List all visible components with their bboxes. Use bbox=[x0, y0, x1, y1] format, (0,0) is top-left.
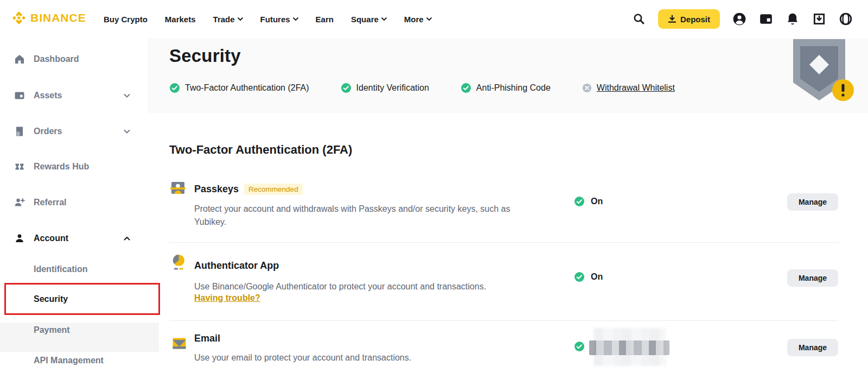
chevron-down-icon bbox=[124, 130, 130, 134]
check-circle-icon bbox=[341, 83, 352, 93]
profile-icon[interactable] bbox=[732, 12, 746, 26]
page-title: Security bbox=[169, 46, 241, 66]
status-withdrawal-whitelist-link[interactable]: Withdrawal Whitelist bbox=[582, 83, 675, 93]
sidebar-item-orders[interactable]: Orders bbox=[0, 121, 148, 142]
sidebar-item-assets[interactable]: Assets bbox=[0, 85, 148, 106]
authenticator-manage-button[interactable]: Manage bbox=[787, 269, 838, 287]
passkeys-description: Protect your account and withdrawals wit… bbox=[194, 203, 522, 229]
wallet-icon[interactable] bbox=[759, 12, 773, 26]
home-icon bbox=[14, 54, 25, 65]
nav-more[interactable]: More bbox=[404, 15, 432, 24]
sidebar-item-rewards-hub[interactable]: Rewards Hub bbox=[0, 156, 148, 178]
redacted-email bbox=[589, 340, 669, 355]
sidebar-item-referral[interactable]: Referral bbox=[0, 192, 148, 213]
referral-icon bbox=[14, 197, 25, 208]
page-header-band: Security Two-Factor Authentication (2FA)… bbox=[148, 38, 868, 113]
security-status-row: Two-Factor Authentication (2FA) Identity… bbox=[169, 83, 675, 93]
deposit-download-icon bbox=[668, 15, 676, 23]
having-trouble-link[interactable]: Having trouble? bbox=[194, 293, 260, 303]
binance-logo[interactable]: BINANCE bbox=[12, 11, 86, 25]
chevron-down-icon bbox=[381, 17, 387, 21]
chevron-down-icon bbox=[124, 94, 130, 98]
chevron-down-icon bbox=[426, 17, 432, 21]
passkeys-title: Passkeys Recommended bbox=[194, 184, 303, 195]
status-2fa: Two-Factor Authentication (2FA) bbox=[169, 83, 309, 93]
passkeys-manage-button[interactable]: Manage bbox=[787, 193, 838, 211]
deposit-label: Deposit bbox=[680, 15, 710, 24]
divider bbox=[169, 242, 838, 243]
primary-nav: Buy Crypto Markets Trade Futures Earn Sq… bbox=[104, 0, 432, 38]
check-circle-icon bbox=[461, 83, 471, 93]
authenticator-status: On bbox=[574, 272, 603, 282]
nav-futures[interactable]: Futures bbox=[260, 15, 298, 24]
check-circle-icon bbox=[574, 272, 585, 282]
email-status bbox=[574, 341, 585, 352]
section-title-2fa: Two-Factor Authentication (2FA) bbox=[169, 143, 352, 157]
sidebar-item-identification[interactable]: Identification bbox=[0, 258, 148, 280]
divider bbox=[169, 320, 838, 321]
chevron-down-icon bbox=[238, 17, 243, 21]
passkeys-icon bbox=[170, 180, 186, 198]
recommended-badge: Recommended bbox=[244, 184, 303, 195]
deposit-button[interactable]: Deposit bbox=[658, 9, 720, 29]
language-globe-icon[interactable] bbox=[839, 12, 853, 26]
chevron-up-icon bbox=[124, 237, 130, 241]
main-content: Security Two-Factor Authentication (2FA)… bbox=[148, 38, 868, 385]
security-shield-illustration bbox=[791, 39, 857, 110]
nav-buy-crypto[interactable]: Buy Crypto bbox=[104, 15, 148, 24]
chevron-down-icon bbox=[293, 17, 298, 21]
wallet-icon bbox=[14, 90, 25, 101]
nav-square[interactable]: Square bbox=[351, 15, 387, 24]
sidebar-item-account[interactable]: Account bbox=[0, 228, 148, 249]
nav-earn[interactable]: Earn bbox=[316, 15, 334, 24]
navbar-right-cluster: Deposit bbox=[633, 0, 868, 38]
notification-bell-icon[interactable] bbox=[786, 12, 800, 26]
desktop-download-icon[interactable] bbox=[812, 12, 826, 26]
nav-markets[interactable]: Markets bbox=[165, 15, 196, 24]
binance-security-page: BINANCE Buy Crypto Markets Trade Futures… bbox=[0, 0, 868, 385]
top-navbar: BINANCE Buy Crypto Markets Trade Futures… bbox=[0, 0, 868, 38]
check-circle-icon bbox=[574, 341, 585, 352]
check-circle-icon bbox=[169, 83, 180, 93]
sidebar: Dashboard Assets Orders Rewards Hub Refe… bbox=[0, 38, 148, 385]
authenticator-app-icon bbox=[172, 254, 186, 272]
email-title: Email bbox=[194, 333, 220, 344]
binance-logo-icon bbox=[12, 11, 26, 25]
email-description: Use your email to protect your account a… bbox=[194, 351, 411, 364]
account-icon bbox=[14, 233, 25, 244]
check-circle-icon bbox=[574, 196, 585, 207]
rewards-icon bbox=[14, 161, 25, 172]
orders-icon bbox=[14, 126, 25, 137]
brand-name: BINANCE bbox=[30, 11, 86, 24]
authenticator-description: Use Binance/Google Authenticator to prot… bbox=[194, 280, 486, 293]
authenticator-title: Authenticator App bbox=[194, 260, 279, 272]
email-icon bbox=[173, 338, 186, 351]
search-icon[interactable] bbox=[633, 12, 646, 26]
passkeys-status: On bbox=[574, 196, 603, 207]
x-circle-icon bbox=[582, 83, 592, 93]
sidebar-item-security[interactable]: Security bbox=[0, 288, 148, 310]
email-manage-button[interactable]: Manage bbox=[787, 339, 838, 356]
nav-trade[interactable]: Trade bbox=[213, 15, 243, 24]
status-anti-phishing-code: Anti-Phishing Code bbox=[461, 83, 551, 93]
sidebar-item-payment[interactable]: Payment bbox=[0, 319, 148, 341]
sidebar-item-api-management[interactable]: API Management bbox=[0, 350, 148, 371]
sidebar-item-dashboard[interactable]: Dashboard bbox=[0, 48, 148, 70]
status-identity-verification: Identity Verification bbox=[341, 83, 429, 93]
